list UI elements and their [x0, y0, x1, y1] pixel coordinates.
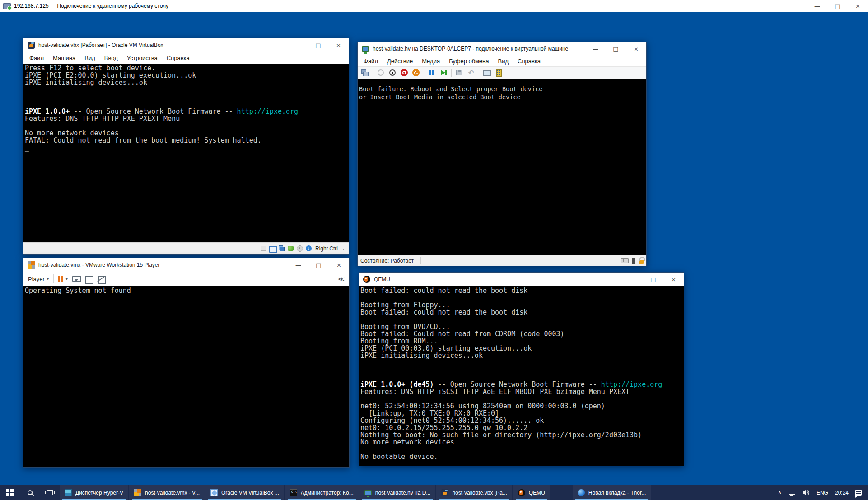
virtualbox-titlebar[interactable]: host-validate.vbx [Работает] - Oracle VM… [23, 38, 349, 52]
toolbar-divider [451, 69, 452, 77]
menu-item[interactable]: Ввод [100, 55, 122, 61]
network-icon[interactable] [789, 490, 795, 495]
ctrl-alt-del-icon[interactable] [361, 69, 369, 77]
unity-mode-icon[interactable] [98, 276, 106, 282]
tray-overflow-chevron-icon[interactable]: ∧ [778, 490, 782, 495]
taskbar-item[interactable]: Новая вкладка - Thor... [573, 485, 651, 500]
collapse-toolbar-icon[interactable]: ≪ [338, 275, 345, 282]
shared-windows-icon[interactable] [278, 245, 285, 251]
vmware-console[interactable]: Operating System not found [23, 286, 349, 467]
close-button[interactable]: × [329, 258, 349, 272]
taskbar-item[interactable]: host-validate.hv на D... [359, 485, 436, 500]
close-button[interactable]: × [328, 38, 349, 52]
console-line [360, 446, 683, 453]
taskbar-item[interactable]: host-validate.vmx - V... [129, 485, 205, 500]
action-center-icon[interactable] [855, 490, 862, 496]
search-button[interactable] [20, 485, 40, 500]
taskbar-item[interactable]: host-validate.vbx [Pa... [436, 485, 512, 500]
keyboard-capture-icon[interactable] [305, 245, 312, 251]
console-line: Booting from ROM... [360, 338, 683, 345]
maximize-button[interactable]: □ [643, 273, 663, 286]
start-button[interactable] [0, 485, 20, 500]
console-line: No bootable device. [360, 453, 683, 460]
clock[interactable]: 20:24 [835, 490, 849, 496]
qemu-icon [518, 489, 525, 496]
qemu-titlebar[interactable]: QEMU —□× [359, 273, 684, 286]
pause-button[interactable]: ▾ [58, 275, 68, 282]
close-button[interactable]: × [848, 0, 868, 12]
menu-item[interactable]: Вид [493, 58, 513, 65]
pause-icon[interactable] [428, 69, 436, 77]
hyperv-console[interactable]: Boot failure. Reboot and Select proper B… [358, 79, 646, 255]
menu-item[interactable]: Устройства [122, 55, 162, 61]
qemu-title: QEMU [374, 276, 390, 282]
taskbar-item-label: Новая вкладка - Thor... [588, 490, 646, 496]
taskbar-item-label: Администратор: Ко... [301, 490, 354, 496]
close-button[interactable]: × [626, 42, 646, 56]
minimize-button[interactable]: — [623, 273, 643, 286]
vmware-titlebar[interactable]: host-validate.vmx - VMware Workstation 1… [23, 258, 349, 272]
network-icon[interactable] [287, 245, 294, 251]
save-icon[interactable] [455, 69, 463, 77]
console-line [360, 294, 683, 301]
menu-item[interactable]: Буфер обмена [444, 58, 493, 65]
menu-item[interactable]: Файл [359, 58, 383, 65]
player-menu-button[interactable]: Player ▾ [28, 276, 49, 282]
close-button[interactable]: × [663, 273, 684, 286]
shut-down-icon[interactable] [400, 69, 408, 77]
menu-item[interactable]: Справка [513, 58, 545, 65]
player-menu-label: Player [28, 276, 45, 282]
fullscreen-icon[interactable] [85, 276, 93, 282]
menu-item[interactable]: Действие [383, 58, 417, 65]
recording-icon[interactable] [296, 245, 303, 251]
menu-item[interactable]: Медиа [417, 58, 444, 65]
hyperv-titlebar[interactable]: host-validate.hv на DESKTOP-0ALCEP7 - по… [358, 42, 646, 56]
minimize-button[interactable]: — [807, 0, 827, 12]
vmware-window: host-validate.vmx - VMware Workstation 1… [23, 258, 350, 468]
taskbar-item[interactable]: QEMU [513, 485, 550, 500]
volume-icon[interactable] [802, 489, 810, 496]
vmware-toolbar: Player ▾ ▾ ≪ [23, 272, 349, 286]
taskbar-item[interactable]: Диспетчер Hyper-V [60, 485, 128, 500]
console-line: Press F12 to select boot device. [25, 65, 348, 72]
menu-item[interactable]: Машина [48, 55, 80, 61]
minimize-button[interactable]: — [585, 42, 606, 56]
minimize-button[interactable]: — [288, 38, 308, 52]
console-line [25, 93, 348, 101]
storage-icon[interactable] [260, 245, 267, 251]
rdp-connection-bar[interactable]: 192.168.7.125 — Подключение к удаленному… [0, 0, 868, 12]
maximize-button[interactable]: □ [606, 42, 626, 56]
minimize-button[interactable]: — [288, 258, 308, 272]
revert-icon[interactable] [467, 69, 475, 77]
menu-item[interactable]: Файл [25, 55, 48, 61]
resize-grip[interactable] [342, 246, 346, 250]
console-line: iPXE (PCI 00:03.0) starting execution...… [360, 345, 683, 352]
hyperv-title: host-validate.hv на DESKTOP-0ALCEP7 - по… [373, 46, 568, 52]
menu-item[interactable]: Справка [162, 55, 194, 61]
console-line [360, 366, 683, 374]
reset-icon[interactable] [412, 69, 420, 77]
console-line: [Link:up, TX:0 TXE:0 RX:0 RXE:0] [360, 410, 683, 417]
console-line: Operating System not found [25, 287, 348, 294]
taskbar-item[interactable]: Администратор: Ко... [285, 485, 359, 500]
console-line: net0: 10.0.2.15/255.255.255.0 gw 10.0.2.… [360, 424, 683, 431]
virtualbox-console[interactable]: Press F12 to select boot device.iPXE (PC… [23, 64, 349, 242]
maximize-button[interactable]: □ [827, 0, 848, 12]
checkpoint-icon[interactable] [483, 69, 491, 77]
menu-item[interactable]: Вид [80, 55, 100, 61]
maximize-button[interactable]: □ [308, 38, 328, 52]
language-indicator[interactable]: ENG [817, 490, 828, 496]
vmware-icon [28, 261, 35, 269]
console-line [360, 374, 683, 381]
maximize-button[interactable]: □ [308, 258, 329, 272]
qemu-console[interactable]: Boot failed: could not read the boot dis… [359, 286, 684, 466]
toolbar-divider [373, 69, 373, 77]
resume-icon[interactable] [439, 69, 448, 77]
settings-icon[interactable] [495, 69, 503, 77]
start-icon[interactable] [377, 69, 385, 77]
turn-off-icon[interactable] [388, 69, 397, 77]
display-icon[interactable] [269, 245, 276, 251]
send-ctrl-alt-del-icon[interactable] [72, 276, 80, 282]
taskbar-item[interactable]: Oracle VM VirtualBox ... [205, 485, 284, 500]
task-view-button[interactable] [40, 485, 60, 500]
